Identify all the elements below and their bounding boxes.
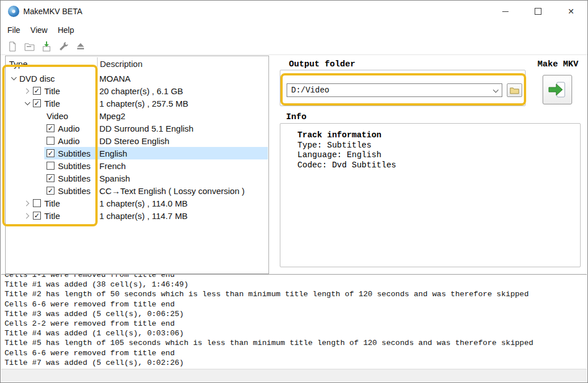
- indent-spacer: [8, 128, 35, 129]
- tree-row[interactable]: ✓SubtitlesCC→Text English ( Lossy conver…: [6, 184, 268, 197]
- maximize-icon: [535, 8, 541, 15]
- maximize-button[interactable]: [522, 1, 555, 22]
- checkbox-checked[interactable]: ✓: [33, 99, 41, 107]
- indent-spacer: [8, 116, 35, 116]
- checkbox-checked[interactable]: ✓: [47, 187, 54, 195]
- combo-dropdown-icon[interactable]: [493, 88, 498, 92]
- expanded-chevron-icon[interactable]: [22, 97, 33, 110]
- indent-spacer: [8, 141, 35, 141]
- log-line: Title #7 was added (5 cell(s), 0:02:26): [5, 358, 587, 368]
- window-title: MakeMKV BETA: [23, 7, 82, 16]
- menu-file[interactable]: File: [2, 23, 26, 37]
- open-disc-icon: [24, 41, 35, 52]
- checkbox-checked[interactable]: ✓: [47, 149, 54, 157]
- tree-row[interactable]: ✓Title20 chapter(s) , 6.1 GB: [6, 85, 268, 97]
- tree-item-description: MOANA: [99, 74, 131, 83]
- tree-item-label: Subtitles: [58, 161, 91, 171]
- tree-row[interactable]: ✓SubtitlesSpanish: [6, 172, 268, 184]
- checkbox-unchecked[interactable]: [33, 199, 41, 207]
- menu-view[interactable]: View: [26, 23, 53, 37]
- tree-item-description: French: [99, 161, 126, 171]
- tree-row[interactable]: SubtitlesFrench: [6, 159, 268, 172]
- info-line-codec: Codec: Dvd Subtitles: [297, 161, 396, 171]
- output-folder-label: Output folder: [289, 60, 355, 69]
- checkbox-checked[interactable]: ✓: [47, 124, 54, 132]
- tree-item-description: Spanish: [99, 174, 130, 183]
- expanded-chevron-icon[interactable]: [8, 72, 19, 85]
- column-header-description[interactable]: Description: [100, 59, 142, 69]
- save-to-mkv-icon: [41, 41, 52, 52]
- minimize-button[interactable]: [489, 1, 522, 22]
- status-bar: [1, 369, 587, 382]
- close-button[interactable]: ✕: [555, 1, 587, 22]
- tree-item-description: Mpeg2: [99, 111, 125, 121]
- output-folder-combobox[interactable]: D:/Video: [287, 83, 502, 97]
- info-track-title: Track information: [297, 131, 396, 141]
- indent-spacer: [8, 166, 35, 166]
- tree-rows: DVD discMOANA✓Title20 chapter(s) , 6.1 G…: [6, 72, 268, 222]
- tree-item-description: 1 chapter(s) , 114.0 MB: [99, 199, 188, 208]
- title-tree-panel: Type Description DVD discMOANA✓Title20 c…: [5, 56, 269, 274]
- tree-row[interactable]: Title1 chapter(s) , 114.0 MB: [6, 197, 268, 209]
- checkbox-checked[interactable]: ✓: [47, 174, 54, 182]
- collapsed-chevron-icon[interactable]: [22, 85, 33, 97]
- titlebar: MakeMKV BETA ✕: [1, 1, 587, 22]
- tree-item-label: Title: [44, 86, 60, 96]
- log-line: Title #4 was added (1 cell(s), 0:03:06): [5, 329, 587, 338]
- tree-item-description: English: [99, 149, 127, 158]
- settings-button[interactable]: [55, 39, 72, 54]
- checkbox-unchecked[interactable]: [47, 137, 54, 145]
- open-files-button[interactable]: [4, 39, 21, 54]
- tree-item-label: Audio: [58, 136, 79, 146]
- tree-item-description: DD Surround 5.1 English: [99, 124, 194, 133]
- browse-folder-button[interactable]: [507, 83, 522, 97]
- tree-row[interactable]: VideoMpeg2: [6, 110, 268, 122]
- collapsed-chevron-icon[interactable]: [22, 209, 33, 222]
- tree-row[interactable]: ✓SubtitlesEnglish: [6, 147, 268, 159]
- save-to-mkv-button[interactable]: [38, 39, 55, 54]
- tree-row[interactable]: DVD discMOANA: [6, 72, 268, 85]
- indent-spacer: [8, 178, 35, 179]
- menu-help[interactable]: Help: [53, 23, 79, 37]
- tree-row[interactable]: ✓Title1 chapter(s) , 257.5 MB: [6, 97, 268, 110]
- checkbox-unchecked[interactable]: [47, 162, 54, 170]
- make-mkv-button[interactable]: [543, 75, 572, 104]
- chevron-slot: [35, 147, 47, 159]
- log-line: Cells 6-6 were removed from title end: [5, 300, 587, 309]
- column-header-type[interactable]: Type: [9, 59, 28, 69]
- track-information: Track information Type: Subtitles Langua…: [297, 131, 396, 170]
- open-disc-button[interactable]: [21, 39, 38, 54]
- tree-row[interactable]: ✓Title1 chapter(s) , 114.7 MB: [6, 209, 268, 222]
- make-mkv-label: Make MKV: [537, 60, 578, 69]
- settings-wrench-icon: [58, 41, 69, 52]
- tree-item-label: Title: [44, 211, 60, 221]
- log-output[interactable]: Cells 1-1 were removed from title endTit…: [1, 274, 587, 371]
- tree-item-description: 20 chapter(s) , 6.1 GB: [99, 86, 183, 96]
- indent-spacer: [8, 203, 22, 204]
- info-line-language: Language: English: [297, 150, 396, 161]
- chevron-slot: [35, 134, 47, 147]
- tree-item-label: Subtitles: [58, 186, 91, 196]
- tree-row[interactable]: AudioDD Stereo English: [6, 134, 268, 147]
- tree-row[interactable]: ✓AudioDD Surround 5.1 English: [6, 122, 268, 134]
- chevron-slot: [35, 172, 47, 184]
- checkbox-checked[interactable]: ✓: [33, 212, 41, 220]
- chevron-slot: [35, 184, 47, 197]
- column-separator[interactable]: [97, 57, 98, 67]
- info-group: Track information Type: Subtitles Langua…: [280, 123, 581, 267]
- tree-item-description: 1 chapter(s) , 114.7 MB: [99, 211, 188, 221]
- make-mkv-icon: [547, 79, 568, 100]
- log-line: Cells 6-6 were removed from title end: [5, 348, 587, 358]
- tree-item-label: Audio: [58, 124, 79, 133]
- log-line: Title #5 has length of 105 seconds which…: [5, 338, 587, 348]
- window-controls: ✕: [489, 1, 587, 22]
- checkbox-checked[interactable]: ✓: [33, 87, 41, 95]
- log-line: Cells 2-2 were removed from title end: [5, 319, 587, 329]
- collapsed-chevron-icon[interactable]: [22, 197, 33, 209]
- eject-button[interactable]: [72, 39, 89, 54]
- indent-spacer: [8, 153, 35, 154]
- log-line: Title #3 was added (5 cell(s), 0:06:25): [5, 309, 587, 319]
- open-files-icon: [7, 41, 18, 52]
- output-folder-value: D:/Video: [291, 86, 329, 95]
- tree-item-label: Subtitles: [58, 149, 91, 158]
